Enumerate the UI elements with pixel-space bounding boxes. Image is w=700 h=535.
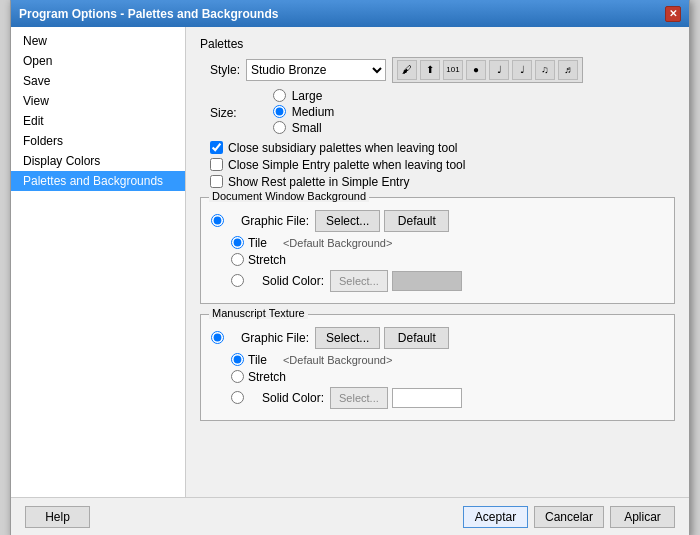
manuscript-texture-label: Manuscript Texture <box>209 307 308 319</box>
sidebar-item-display-colors[interactable]: Display Colors <box>11 151 185 171</box>
palette-icon-1[interactable]: ⬆ <box>420 60 440 80</box>
sidebar: New Open Save View Edit Folders Display … <box>11 27 186 497</box>
size-large-label: Large <box>292 89 323 103</box>
size-large-row: Large <box>273 89 335 103</box>
size-label: Size: <box>210 106 237 120</box>
ms-graphic-radio[interactable] <box>211 331 224 344</box>
close-subsidiary-label: Close subsidiary palettes when leaving t… <box>228 141 457 155</box>
doc-solid-color-row: Solid Color: Select... <box>231 270 664 292</box>
main-content: Palettes Style: Studio Bronze 🖌 ⬆ 101 ● … <box>186 27 689 497</box>
window-body: New Open Save View Edit Folders Display … <box>11 27 689 497</box>
doc-graphic-file-row: Graphic File: Select... Default <box>211 210 664 232</box>
palettes-section-title: Palettes <box>200 37 675 51</box>
close-simple-row: Close Simple Entry palette when leaving … <box>210 158 675 172</box>
ms-solid-select-button[interactable]: Select... <box>330 387 388 409</box>
style-label: Style: <box>210 63 240 77</box>
ms-solid-color-row: Solid Color: Select... <box>231 387 664 409</box>
close-button[interactable]: ✕ <box>665 6 681 22</box>
ms-tile-label: Tile <box>248 353 267 367</box>
doc-tile-label: Tile <box>248 236 267 250</box>
close-subsidiary-checkbox[interactable] <box>210 141 223 154</box>
footer: Help Aceptar Cancelar Aplicar <box>11 497 689 536</box>
doc-stretch-radio[interactable] <box>231 253 244 266</box>
title-bar: Program Options - Palettes and Backgroun… <box>11 1 689 27</box>
ms-graphic-file-row: Graphic File: Select... Default <box>211 327 664 349</box>
doc-graphic-label: Graphic File: <box>224 214 309 228</box>
doc-window-bg-label: Document Window Background <box>209 190 369 202</box>
ms-solid-color-box <box>392 388 462 408</box>
style-row: Style: Studio Bronze 🖌 ⬆ 101 ● ♩ ♩ ♫ ♬ <box>210 57 675 83</box>
palette-icon-2[interactable]: 101 <box>443 60 463 80</box>
size-options: Large Medium Small <box>273 89 335 137</box>
size-medium-row: Medium <box>273 105 335 119</box>
size-small-label: Small <box>292 121 322 135</box>
doc-stretch-row: Stretch <box>231 253 664 267</box>
size-large-radio[interactable] <box>273 89 286 102</box>
close-simple-label: Close Simple Entry palette when leaving … <box>228 158 465 172</box>
ms-stretch-row: Stretch <box>231 370 664 384</box>
show-rest-checkbox[interactable] <box>210 175 223 188</box>
manuscript-texture-group: Manuscript Texture Graphic File: Select.… <box>200 314 675 421</box>
doc-stretch-label: Stretch <box>248 253 286 267</box>
palette-icon-0[interactable]: 🖌 <box>397 60 417 80</box>
palette-icons-bar: 🖌 ⬆ 101 ● ♩ ♩ ♫ ♬ <box>392 57 583 83</box>
palette-icon-4[interactable]: ♩ <box>489 60 509 80</box>
doc-default-button[interactable]: Default <box>384 210 449 232</box>
doc-solid-select-button[interactable]: Select... <box>330 270 388 292</box>
window-title: Program Options - Palettes and Backgroun… <box>19 7 278 21</box>
palette-icon-7[interactable]: ♬ <box>558 60 578 80</box>
size-small-row: Small <box>273 121 335 135</box>
size-row: Size: Large Medium Small <box>210 89 675 137</box>
size-small-radio[interactable] <box>273 121 286 134</box>
ms-tile-radio[interactable] <box>231 353 244 366</box>
ms-select-button[interactable]: Select... <box>315 327 380 349</box>
style-select[interactable]: Studio Bronze <box>246 59 386 81</box>
ms-default-button[interactable]: Default <box>384 327 449 349</box>
ms-solid-radio[interactable] <box>231 391 244 404</box>
aplicar-button[interactable]: Aplicar <box>610 506 675 528</box>
ms-graphic-label: Graphic File: <box>224 331 309 345</box>
size-medium-label: Medium <box>292 105 335 119</box>
doc-solid-radio[interactable] <box>231 274 244 287</box>
sidebar-item-save[interactable]: Save <box>11 71 185 91</box>
ms-stretch-radio[interactable] <box>231 370 244 383</box>
palette-icon-5[interactable]: ♩ <box>512 60 532 80</box>
sidebar-item-open[interactable]: Open <box>11 51 185 71</box>
sidebar-item-palettes-and-backgrounds[interactable]: Palettes and Backgrounds <box>11 171 185 191</box>
ms-bg-default-text: <Default Background> <box>283 354 392 366</box>
show-rest-row: Show Rest palette in Simple Entry <box>210 175 675 189</box>
ms-solid-label: Solid Color: <box>244 391 324 405</box>
doc-tile-row: Tile <Default Background> <box>231 236 664 250</box>
aceptar-button[interactable]: Aceptar <box>463 506 528 528</box>
close-simple-checkbox[interactable] <box>210 158 223 171</box>
sidebar-item-folders[interactable]: Folders <box>11 131 185 151</box>
show-rest-label: Show Rest palette in Simple Entry <box>228 175 409 189</box>
footer-right-buttons: Aceptar Cancelar Aplicar <box>463 506 675 528</box>
size-medium-radio[interactable] <box>273 105 286 118</box>
sidebar-item-view[interactable]: View <box>11 91 185 111</box>
doc-select-button[interactable]: Select... <box>315 210 380 232</box>
program-options-window: Program Options - Palettes and Backgroun… <box>10 0 690 535</box>
palette-icon-3[interactable]: ● <box>466 60 486 80</box>
cancelar-button[interactable]: Cancelar <box>534 506 604 528</box>
doc-graphic-radio[interactable] <box>211 214 224 227</box>
help-button[interactable]: Help <box>25 506 90 528</box>
doc-tile-radio[interactable] <box>231 236 244 249</box>
doc-bg-default-text: <Default Background> <box>283 237 392 249</box>
palette-icon-6[interactable]: ♫ <box>535 60 555 80</box>
close-subsidiary-row: Close subsidiary palettes when leaving t… <box>210 141 675 155</box>
doc-solid-label: Solid Color: <box>244 274 324 288</box>
ms-stretch-label: Stretch <box>248 370 286 384</box>
sidebar-item-edit[interactable]: Edit <box>11 111 185 131</box>
doc-solid-color-box <box>392 271 462 291</box>
ms-tile-row: Tile <Default Background> <box>231 353 664 367</box>
sidebar-item-new[interactable]: New <box>11 31 185 51</box>
doc-window-bg-group: Document Window Background Graphic File:… <box>200 197 675 304</box>
